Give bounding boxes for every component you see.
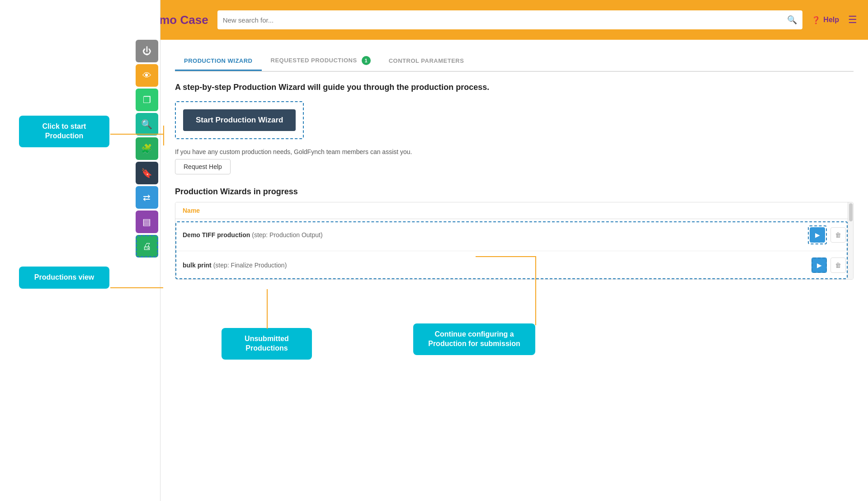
scrollbar-thumb[interactable] — [849, 203, 853, 221]
bookmark-icon: 🔖 — [141, 168, 152, 178]
annotation-productions-view: Productions view — [19, 267, 109, 289]
sidebar-icon-list[interactable]: ▤ — [136, 211, 158, 233]
custom-needs-text: If you have any custom production needs,… — [175, 148, 854, 155]
tabs: PRODUCTION WIZARD REQUESTED PRODUCTIONS … — [175, 51, 854, 72]
tab-control-parameters[interactable]: CONTROL PARAMETERS — [380, 52, 473, 71]
sidebar-icon-print[interactable]: 🖨 — [136, 235, 158, 258]
annotation-click-start: Click to start Production — [19, 116, 109, 147]
list-icon: ▤ — [142, 216, 151, 227]
row-name: Demo TIFF production (step: Production O… — [183, 231, 808, 239]
main-content: PRODUCTION WIZARD REQUESTED PRODUCTIONS … — [160, 40, 868, 501]
search-sidebar-icon: 🔍 — [141, 119, 152, 130]
annotation-unsubmitted: Unsubmitted Productions — [222, 328, 312, 360]
arrow-continue-v — [535, 256, 536, 325]
arrow-click-start — [110, 134, 163, 135]
power-icon: ⏻ — [142, 46, 151, 56]
table-header: Name — [175, 202, 853, 219]
sidebar-icon-power[interactable]: ⏻ — [136, 40, 158, 62]
puzzle-icon: 🧩 — [141, 143, 152, 154]
search-icon[interactable]: 🔍 — [787, 15, 797, 25]
arrow-click-start-v — [163, 126, 164, 145]
search-bar[interactable]: 🔍 — [217, 10, 803, 29]
play-button-row2[interactable]: ▶ — [811, 258, 827, 273]
sidebar-icon-copy[interactable]: ❐ — [136, 89, 158, 111]
table-column-name: Name — [183, 207, 846, 214]
sidebar-icon-search[interactable]: 🔍 — [136, 113, 158, 136]
request-help-button[interactable]: Request Help — [175, 159, 231, 174]
row-actions: ▶ 🗑 — [808, 225, 846, 244]
arrow-continue-h — [476, 256, 536, 257]
arrow-productions-view — [110, 287, 163, 288]
row-actions: ▶ 🗑 — [811, 258, 846, 273]
requested-productions-badge: 1 — [362, 56, 371, 65]
sidebar-icon-puzzle[interactable]: 🧩 — [136, 137, 158, 160]
copy-icon: ❐ — [143, 94, 151, 105]
in-progress-title: Production Wizards in progress — [175, 187, 854, 197]
transfer-icon: ⇄ — [143, 192, 151, 203]
scrollbar-track[interactable] — [848, 202, 853, 279]
productions-table: Name Demo TIFF production (step: Product… — [175, 202, 854, 280]
sidebar-icon-eye[interactable]: 👁 — [136, 64, 158, 87]
table-row[interactable]: bulk print (step: Finalize Production) ▶… — [175, 251, 853, 279]
tab-production-wizard[interactable]: PRODUCTION WIZARD — [175, 52, 262, 71]
delete-button-row2[interactable]: 🗑 — [830, 258, 846, 273]
sidebar-icon-transfer[interactable]: ⇄ — [136, 186, 158, 209]
delete-button-row1[interactable]: 🗑 — [830, 227, 846, 243]
table-row[interactable]: Demo TIFF production (step: Production O… — [175, 219, 853, 251]
eye-icon: 👁 — [142, 70, 151, 81]
tab-requested-productions[interactable]: REQUESTED PRODUCTIONS 1 — [262, 51, 380, 72]
help-button[interactable]: ❓ Help — [811, 16, 839, 24]
help-circle-icon: ❓ — [811, 16, 821, 24]
menu-icon[interactable]: ☰ — [848, 14, 857, 26]
row-name: bulk print (step: Finalize Production) — [183, 262, 811, 269]
play-button-row1[interactable]: ▶ — [810, 227, 825, 243]
start-wizard-box: Start Production Wizard — [175, 101, 304, 139]
print-icon: 🖨 — [142, 241, 151, 252]
start-wizard-button[interactable]: Start Production Wizard — [183, 109, 296, 131]
table-body: Demo TIFF production (step: Production O… — [175, 219, 853, 279]
wizard-description: A step-by-step Production Wizard will gu… — [175, 83, 854, 92]
sidebar: ⏻ 👁 ❐ 🔍 🧩 🔖 ⇄ ▤ 🖨 — [133, 0, 160, 501]
sidebar-icon-bookmark[interactable]: 🔖 — [136, 162, 158, 184]
search-input[interactable] — [223, 16, 784, 24]
annotation-continue-configuring: Continue configuring a Production for su… — [413, 323, 535, 355]
arrow-unsubmitted-v — [267, 289, 268, 329]
header: Demo Case 🔍 ❓ Help ☰ — [133, 0, 868, 40]
